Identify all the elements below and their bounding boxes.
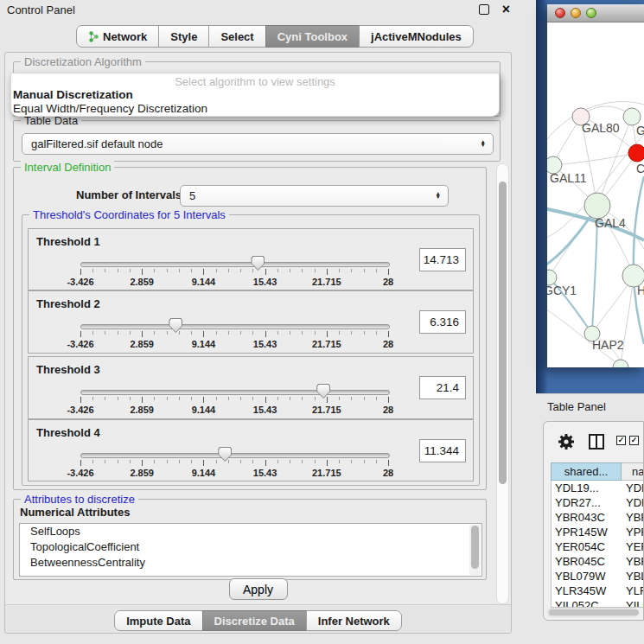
- table-data-combobox[interactable]: galFiltered.sif default node ▲▼: [22, 133, 494, 155]
- threshold-label: Threshold 2: [36, 297, 100, 310]
- gear-icon[interactable]: [557, 432, 576, 455]
- table-row[interactable]: YBL079WYBL0: [552, 569, 644, 583]
- tab-network[interactable]: Network: [76, 25, 159, 48]
- threshold-label: Threshold 3: [36, 363, 100, 376]
- table-row[interactable]: YER054CYER0: [552, 539, 644, 554]
- network-node[interactable]: [628, 144, 644, 162]
- table-scrollbar-thumb[interactable]: [549, 609, 639, 615]
- algorithm-option-equal-width-frequency-discretization[interactable]: Equal Width/Frequency Discretization: [11, 102, 499, 116]
- cell-shared-name: YIL052C: [552, 599, 622, 608]
- table-panel-header: Table Panel: [536, 393, 644, 419]
- tick-label: -3.426: [67, 405, 93, 415]
- table-row[interactable]: YDL19...YDL1: [552, 481, 644, 495]
- list-item-topologicalcoefficient[interactable]: TopologicalCoefficient: [20, 539, 481, 555]
- cell-shared-name: YDL19...: [552, 481, 622, 494]
- numerical-attributes-label: Numerical Attributes: [20, 506, 130, 519]
- cell-name: YDL1: [622, 481, 644, 494]
- cell-shared-name: YPR145W: [552, 526, 622, 539]
- threshold-value-field[interactable]: 11.344: [419, 439, 466, 462]
- tick-label: 2.859: [130, 339, 154, 349]
- apply-button[interactable]: Apply: [229, 578, 288, 600]
- threshold-slider-track[interactable]: [80, 262, 390, 267]
- threshold-slider-track[interactable]: [80, 453, 390, 458]
- tab-label: jActiveMNodules: [371, 30, 462, 43]
- panel-scrollbar[interactable]: [496, 163, 509, 604]
- table-row[interactable]: YDR27...YDR2: [552, 495, 644, 510]
- thresholds-group: Threshold's Coordinates for 5 Intervals …: [22, 214, 480, 486]
- number-of-intervals-combobox[interactable]: 5 ▲▼: [180, 185, 449, 207]
- network-node-ga[interactable]: [623, 108, 641, 125]
- cell-shared-name: YBR043C: [552, 511, 622, 524]
- tick-label: 21.715: [312, 277, 341, 287]
- threshold-panel-2: Threshold 2-3.4262.8599.14415.4321.71528…: [28, 290, 474, 354]
- close-icon[interactable]: ×: [502, 4, 510, 15]
- minimize-traffic-light-icon[interactable]: [571, 8, 581, 18]
- tab-label: Discretize Data: [214, 615, 295, 628]
- tab-jactivemnodules[interactable]: jActiveMNodules: [359, 25, 474, 48]
- list-scrollbar[interactable]: [469, 525, 481, 575]
- threshold-value-field[interactable]: 14.713: [419, 248, 466, 271]
- table-horizontal-scrollbar[interactable]: [547, 608, 638, 617]
- network-node-gal4[interactable]: [584, 193, 610, 219]
- column-header-name[interactable]: na: [622, 462, 644, 481]
- tab-select[interactable]: Select: [208, 25, 265, 48]
- list-scrollbar-thumb[interactable]: [471, 526, 479, 569]
- threshold-label: Threshold 1: [36, 235, 100, 248]
- network-desktop-background: GAL80GAGAL11GAL4GCY1HHAP2C: [536, 0, 644, 393]
- table-body: YDL19...YDL1YDR27...YDR2YBR043CYBR0YPR14…: [551, 481, 644, 608]
- tick-label: 28: [383, 468, 393, 478]
- cyni-toolbox-panel: Discretization Algorithm ▲▼ Table Data g…: [4, 52, 512, 634]
- table-row[interactable]: YLR345WYLR3: [552, 583, 644, 598]
- network-view-window[interactable]: GAL80GAGAL11GAL4GCY1HHAP2C: [547, 4, 644, 367]
- table-row[interactable]: YIL052CYIL0: [552, 598, 644, 608]
- network-canvas[interactable]: GAL80GAGAL11GAL4GCY1HHAP2C: [547, 22, 644, 367]
- tab-style[interactable]: Style: [158, 25, 209, 48]
- close-traffic-light-icon[interactable]: [555, 8, 565, 18]
- list-item-betweennesscentrality[interactable]: BetweennessCentrality: [20, 555, 481, 571]
- table-panel-window: ✓ ✓ shared... na YDL19...YDL1YDR27...YDR…: [543, 421, 644, 621]
- interval-definition-group: Interval Definition Number of Intervals …: [13, 167, 487, 490]
- node-label: HAP2: [592, 338, 624, 352]
- network-node[interactable]: [613, 360, 628, 367]
- tick-label: 21.715: [312, 339, 341, 349]
- table-row[interactable]: YPR145WYPR1: [552, 525, 644, 539]
- threshold-value-field[interactable]: 21.4: [419, 376, 466, 399]
- table-row[interactable]: YBR045CYBR0: [552, 554, 644, 569]
- numerical-attributes-list[interactable]: SelfLoopsTopologicalCoefficientBetweenne…: [19, 523, 482, 577]
- float-window-icon[interactable]: [479, 4, 489, 15]
- node-label: GAL80: [582, 121, 620, 135]
- tick-label: 9.144: [192, 277, 216, 287]
- tab-cyni-toolbox[interactable]: Cyni Toolbox: [265, 25, 360, 48]
- panel-scrollbar-thumb[interactable]: [499, 182, 507, 484]
- node-label: H: [637, 284, 644, 297]
- tick-label: 21.715: [312, 468, 341, 478]
- checkbox-icon[interactable]: ✓: [616, 436, 626, 445]
- threshold-slider-track[interactable]: [80, 390, 390, 395]
- node-label: GA: [636, 124, 644, 137]
- tab-impute-data[interactable]: Impute Data: [114, 610, 202, 631]
- cell-name: YDR2: [622, 496, 644, 509]
- tick-label: 28: [383, 277, 393, 287]
- zoom-traffic-light-icon[interactable]: [586, 8, 596, 18]
- tab-infer-network[interactable]: Infer Network: [306, 610, 402, 631]
- split-table-icon[interactable]: [589, 434, 604, 450]
- table-data-group: Table Data galFiltered.sif default node …: [13, 120, 501, 162]
- node-label: GCY1: [547, 284, 577, 297]
- group-title-attributes: Attributes to discretize: [21, 493, 138, 506]
- threshold-value-field[interactable]: 6.316: [419, 310, 466, 334]
- threshold-label: Threshold 4: [36, 426, 100, 439]
- app-root: { "panel": { "title": "Control Panel" },…: [0, 0, 644, 644]
- cell-shared-name: YLR345W: [552, 584, 622, 597]
- threshold-panel-4: Threshold 4-3.4262.8599.14415.4321.71528…: [28, 419, 474, 481]
- algorithm-option-manual-discretization[interactable]: Manual Discretization: [11, 88, 499, 102]
- tab-discretize-data[interactable]: Discretize Data: [202, 610, 307, 631]
- column-header-shared[interactable]: shared...: [551, 462, 622, 481]
- checkbox-icon[interactable]: ✓: [629, 436, 639, 445]
- group-title-interval-definition: Interval Definition: [21, 161, 114, 174]
- threshold-slider-track[interactable]: [80, 324, 390, 329]
- table-row[interactable]: YBR043CYBR0: [552, 510, 644, 525]
- control-panel-titlebar: Control Panel ×: [0, 0, 536, 21]
- list-item-selfloops[interactable]: SelfLoops: [20, 524, 481, 539]
- algorithm-dropdown-popup: Select algorithm to view settings Manual…: [10, 73, 500, 117]
- cell-name: YBR0: [622, 511, 644, 524]
